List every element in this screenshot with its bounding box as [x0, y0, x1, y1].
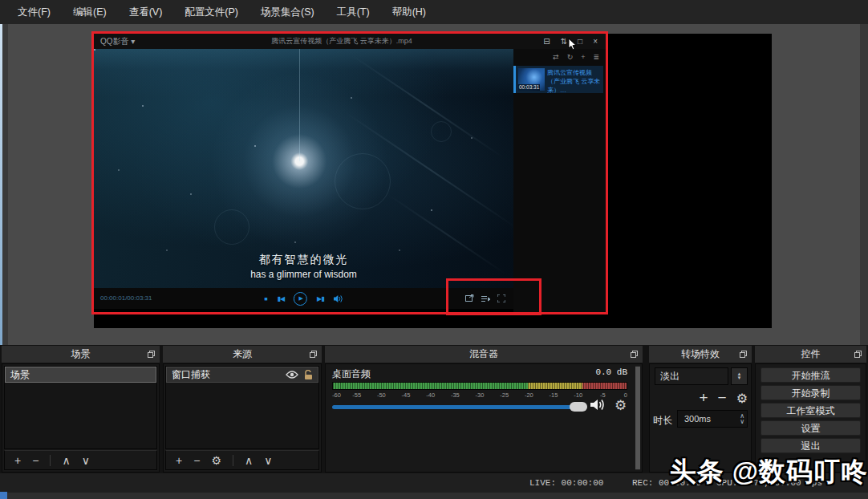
scenes-dock-header[interactable]: 场景 — [2, 346, 160, 363]
remove-source-icon[interactable]: − — [193, 454, 200, 467]
mixer-scrollbar[interactable] — [635, 366, 640, 470]
add-transition-icon[interactable]: + — [699, 389, 708, 407]
toolbar-divider — [50, 455, 51, 466]
window-left-edge — [2, 24, 8, 345]
unlock-icon[interactable] — [304, 370, 313, 380]
speaker-icon[interactable] — [590, 399, 605, 411]
dock-float-icon[interactable] — [148, 351, 155, 358]
watermark: 头条 @数码叮咚 — [670, 454, 868, 490]
mixer-db-value: 0.0 dB — [595, 367, 627, 377]
scene-list: 场景 — [4, 366, 157, 449]
dock-float-icon[interactable] — [310, 351, 317, 358]
meter-tick-label: -20 — [525, 391, 533, 399]
transition-select[interactable]: 淡出 — [655, 367, 728, 385]
exit-button[interactable]: 退出 — [761, 438, 861, 453]
mixer-dock: 混音器 桌面音频 0.0 dB -60 -55 -50 -45 -40 -35 … — [325, 346, 643, 473]
remove-scene-icon[interactable]: − — [32, 454, 39, 467]
volume-meter — [332, 382, 627, 390]
meter-tick-label: -55 — [352, 391, 361, 399]
live-time: LIVE: 00:00:00 — [529, 478, 603, 488]
duration-label: 时长 — [653, 414, 672, 428]
volume-slider[interactable] — [332, 405, 581, 409]
meter-tick-label: -50 — [377, 391, 386, 399]
mixer-dock-title: 混音器 — [469, 348, 498, 359]
menu-profile[interactable]: 配置文件(P) — [173, 0, 249, 24]
move-down-icon[interactable]: ∨ — [82, 454, 90, 467]
menu-help[interactable]: 帮助(H) — [381, 0, 437, 24]
scenes-dock-title: 场景 — [71, 348, 91, 359]
dock-float-icon[interactable] — [631, 351, 638, 358]
remove-transition-icon[interactable]: − — [718, 389, 727, 407]
sources-toolbar: + − ⚙ ∧ ∨ — [165, 450, 319, 470]
window-bottom-edge — [0, 493, 868, 499]
meter-tick-label: -35 — [451, 391, 460, 399]
volume-slider-handle[interactable] — [570, 402, 587, 412]
menu-file[interactable]: 文件(F) — [6, 0, 62, 24]
visibility-eye-icon[interactable] — [286, 371, 298, 379]
meter-tick-label: -40 — [426, 391, 435, 399]
transitions-dock-header[interactable]: 转场特效 — [649, 346, 752, 363]
preview-area: QQ影音 ▾ 腾讯云宣传视频（产业腾飞 云享未来）.mp4 ⊟ ⇅ □ × — [0, 24, 868, 345]
meter-scale: -60 -55 -50 -45 -40 -35 -30 -25 -20 -15 … — [332, 391, 627, 400]
scenes-toolbar: + − ∧ ∨ — [4, 450, 157, 470]
mixer-dock-header[interactable]: 混音器 — [325, 346, 643, 363]
add-source-icon[interactable]: + — [176, 454, 182, 467]
controls-dock-title: 控件 — [801, 348, 821, 359]
mixer-channel-name: 桌面音频 — [332, 367, 371, 381]
meter-tick-label: -30 — [476, 391, 485, 399]
source-list-item[interactable]: 窗口捕获 — [166, 367, 318, 383]
menu-view[interactable]: 查看(V) — [118, 0, 174, 24]
scene-list-item[interactable]: 场景 — [5, 367, 156, 383]
scenes-dock: 场景 场景 + − ∧ ∨ — [2, 346, 160, 473]
source-properties-gear-icon[interactable]: ⚙ — [211, 454, 221, 467]
sources-dock-header[interactable]: 来源 — [163, 346, 322, 363]
menu-bar: 文件(F) 编辑(E) 查看(V) 配置文件(P) 场景集合(S) 工具(T) … — [0, 0, 868, 24]
studio-mode-button[interactable]: 工作室模式 — [761, 403, 861, 418]
source-list: 窗口捕获 — [165, 366, 319, 449]
desktop-corner-sliver — [0, 492, 7, 499]
toolbar-divider — [233, 455, 233, 466]
controls-dock-header[interactable]: 控件 — [755, 346, 866, 363]
move-up-icon[interactable]: ∧ — [62, 454, 70, 467]
obs-main-window: 文件(F) 编辑(E) 查看(V) 配置文件(P) 场景集合(S) 工具(T) … — [0, 0, 868, 499]
duration-spinbox[interactable]: 300ms ∧ ∨ — [677, 410, 748, 428]
duration-down-icon[interactable]: ∨ — [740, 419, 744, 424]
start-streaming-button[interactable]: 开始推流 — [761, 367, 861, 383]
start-recording-button[interactable]: 开始录制 — [761, 385, 861, 400]
meter-tick-label: -45 — [402, 391, 411, 399]
meter-tick-label: -5 — [600, 391, 606, 399]
menu-tools[interactable]: 工具(T) — [326, 0, 381, 24]
move-down-icon[interactable]: ∨ — [264, 454, 272, 467]
dock-float-icon[interactable] — [740, 351, 747, 358]
window-right-edge — [860, 24, 868, 345]
sources-dock: 来源 窗口捕获 — [163, 346, 322, 473]
annotation-rectangle-buttons — [446, 278, 541, 315]
transition-properties-gear-icon[interactable]: ⚙ — [736, 391, 748, 406]
menu-scene-collection[interactable]: 场景集合(S) — [249, 0, 326, 24]
transitions-dock-title: 转场特效 — [681, 348, 720, 359]
annotation-rectangle-window — [91, 31, 608, 314]
add-scene-icon[interactable]: + — [14, 454, 21, 467]
settings-button[interactable]: 设置 — [761, 420, 861, 436]
meter-tick-label: -10 — [574, 391, 582, 399]
menu-edit[interactable]: 编辑(E) — [62, 0, 118, 24]
transition-select-spinner[interactable]: ▲ ▼ — [731, 367, 748, 385]
meter-tick-label: -15 — [550, 391, 558, 399]
mixer-gear-icon[interactable]: ⚙ — [614, 398, 627, 414]
meter-tick-label: -60 — [332, 391, 341, 399]
move-up-icon[interactable]: ∧ — [245, 454, 253, 467]
meter-tick-label: -25 — [500, 391, 509, 399]
spin-down-icon: ▼ — [737, 376, 742, 380]
sources-dock-title: 来源 — [233, 348, 252, 359]
dock-float-icon[interactable] — [854, 351, 862, 358]
